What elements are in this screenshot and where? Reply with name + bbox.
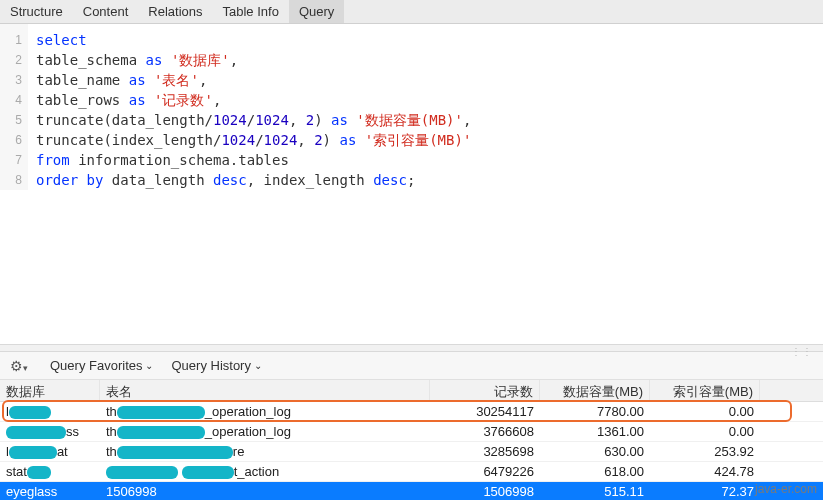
- query-history-dropdown[interactable]: Query History ⌄: [171, 358, 261, 373]
- tab-table-info[interactable]: Table Info: [213, 0, 289, 23]
- tab-structure[interactable]: Structure: [0, 0, 73, 23]
- line-gutter: 12345678: [0, 24, 28, 190]
- table-row[interactable]: latthre3285698630.00253.92: [0, 442, 823, 462]
- tab-query[interactable]: Query: [289, 0, 344, 23]
- tab-bar: StructureContentRelationsTable InfoQuery: [0, 0, 823, 24]
- grid-header: 数据库 表名 记录数 数据容量(MB) 索引容量(MB): [0, 380, 823, 402]
- grip-icon: ⋮⋮: [791, 346, 813, 357]
- col-data-size[interactable]: 数据容量(MB): [540, 380, 650, 401]
- results-toolbar: ⚙▾ Query Favorites ⌄ Query History ⌄: [0, 352, 823, 380]
- results-grid: 数据库 表名 记录数 数据容量(MB) 索引容量(MB) lth_operati…: [0, 380, 823, 500]
- query-history-label: Query History: [171, 358, 250, 373]
- tab-relations[interactable]: Relations: [138, 0, 212, 23]
- sql-code[interactable]: selecttable_schema as '数据库',table_name a…: [30, 24, 823, 196]
- table-row[interactable]: eyeglass15069981506998515.1172.37: [0, 482, 823, 500]
- table-row[interactable]: stat t_action6479226618.00424.78: [0, 462, 823, 482]
- tab-content[interactable]: Content: [73, 0, 139, 23]
- chevron-down-icon: ⌄: [145, 360, 153, 371]
- query-favorites-dropdown[interactable]: Query Favorites ⌄: [50, 358, 153, 373]
- table-row[interactable]: lth_operation_log302541177780.000.00: [0, 402, 823, 422]
- pane-splitter[interactable]: ⋮⋮: [0, 344, 823, 352]
- chevron-down-icon: ⌄: [254, 360, 262, 371]
- col-db[interactable]: 数据库: [0, 380, 100, 401]
- col-table[interactable]: 表名: [100, 380, 430, 401]
- gear-icon[interactable]: ⚙▾: [6, 358, 32, 374]
- col-index-size[interactable]: 索引容量(MB): [650, 380, 760, 401]
- sql-editor[interactable]: 12345678 selecttable_schema as '数据库',tab…: [0, 24, 823, 344]
- table-row[interactable]: ssth_operation_log37666081361.000.00: [0, 422, 823, 442]
- col-rows[interactable]: 记录数: [430, 380, 540, 401]
- query-favorites-label: Query Favorites: [50, 358, 142, 373]
